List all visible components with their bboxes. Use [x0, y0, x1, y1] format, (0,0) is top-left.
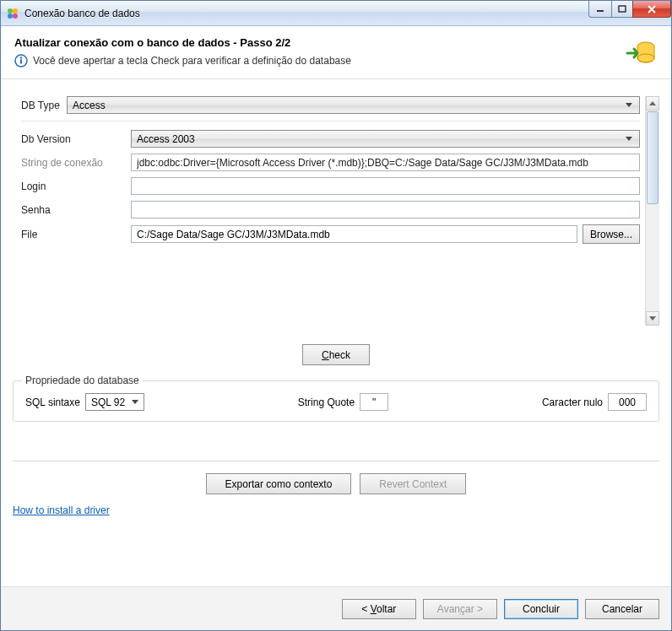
cancel-button[interactable]: Cancelar — [585, 599, 659, 619]
row-db-type: DB Type Access — [21, 96, 640, 121]
info-icon — [14, 54, 28, 67]
db-type-value: Access — [73, 100, 622, 111]
window-buttons — [589, 1, 671, 18]
label-senha: Senha — [21, 204, 131, 216]
finish-button[interactable]: Concluir — [504, 599, 578, 619]
howto-link[interactable]: How to install a driver — [13, 504, 110, 516]
svg-point-2 — [8, 13, 13, 19]
file-input[interactable] — [131, 225, 577, 243]
context-button-row: Exportar como contexto Revert Context — [13, 473, 659, 494]
label-login: Login — [21, 181, 131, 192]
page-title: Atualizar conexão com o banco de dados -… — [14, 36, 624, 49]
vertical-scrollbar[interactable] — [645, 96, 659, 326]
help-link-row: How to install a driver — [13, 504, 659, 516]
svg-point-3 — [13, 13, 18, 19]
group-title: Propriedade do database — [22, 375, 143, 386]
label-null-char: Caracter nulo — [542, 396, 603, 408]
check-row: Check — [13, 344, 659, 365]
wizard-header: Atualizar conexão com o banco de dados -… — [1, 26, 671, 79]
scroll-down-arrow-icon[interactable] — [646, 311, 659, 326]
svg-rect-4 — [597, 10, 604, 12]
form-scroll-panel: DB Type Access Db Version Access 2003 — [13, 96, 659, 326]
login-input[interactable] — [131, 177, 640, 195]
label-db-type: DB Type — [21, 100, 67, 111]
scroll-thumb[interactable] — [647, 111, 658, 204]
wizard-footer: < Voltar Avançar > Concluir Cancelar — [1, 586, 671, 630]
label-string-quote: String Quote — [298, 396, 355, 408]
svg-point-7 — [20, 57, 22, 58]
row-conn-string: String de conexão — [21, 154, 640, 171]
minimize-button[interactable] — [588, 1, 612, 18]
label-db-version: Db Version — [21, 133, 131, 145]
database-properties-group: Propriedade do database SQL sintaxe SQL … — [13, 380, 659, 422]
sql-syntax-select[interactable]: SQL 92 — [85, 393, 144, 411]
next-button: Avançar > — [423, 599, 497, 619]
header-message: Você deve apertar a tecla Check para ver… — [33, 55, 351, 67]
browse-button[interactable]: Browse... — [583, 224, 640, 244]
close-button[interactable] — [632, 1, 671, 18]
sql-syntax-chunk: SQL sintaxe SQL 92 — [25, 393, 144, 411]
senha-input[interactable] — [131, 201, 640, 218]
content-area: DB Type Access Db Version Access 2003 — [1, 79, 671, 586]
header-message-row: Você deve apertar a tecla Check para ver… — [14, 54, 624, 67]
database-icon — [624, 36, 658, 70]
svg-point-1 — [13, 8, 18, 13]
db-type-select[interactable]: Access — [67, 96, 640, 114]
svg-rect-8 — [20, 60, 22, 64]
titlebar[interactable]: Conexão banco de dados — [1, 1, 671, 26]
string-quote-input[interactable] — [360, 393, 388, 411]
window-title: Conexão banco de dados — [24, 8, 589, 19]
check-button[interactable]: Check — [302, 344, 370, 365]
back-button[interactable]: < Voltar — [342, 599, 416, 619]
maximize-button[interactable] — [611, 1, 633, 18]
label-conn-string: String de conexão — [21, 157, 131, 169]
svg-rect-5 — [619, 6, 626, 12]
scroll-up-arrow-icon[interactable] — [646, 96, 659, 111]
db-version-select[interactable]: Access 2003 — [131, 130, 640, 148]
chevron-down-icon — [622, 137, 636, 142]
row-db-version: Db Version Access 2003 — [21, 130, 640, 148]
null-char-chunk: Caracter nulo — [542, 393, 647, 411]
svg-point-0 — [8, 8, 13, 13]
revert-context-button: Revert Context — [360, 473, 466, 494]
label-file: File — [21, 229, 131, 240]
chevron-down-icon — [128, 400, 142, 405]
label-sql-syntax: SQL sintaxe — [25, 396, 80, 408]
row-senha: Senha — [21, 201, 640, 218]
chevron-down-icon — [622, 103, 636, 108]
dialog-window: Conexão banco de dados Atualizar conexão… — [0, 0, 672, 631]
db-version-value: Access 2003 — [137, 133, 622, 145]
null-char-input[interactable] — [608, 393, 647, 411]
app-icon — [6, 7, 19, 20]
row-file: File Browse... — [21, 224, 640, 244]
string-quote-chunk: String Quote — [298, 393, 388, 411]
sql-syntax-value: SQL 92 — [91, 396, 128, 408]
export-context-button[interactable]: Exportar como contexto — [206, 473, 352, 494]
row-login: Login — [21, 177, 640, 195]
conn-string-input[interactable] — [131, 154, 640, 171]
